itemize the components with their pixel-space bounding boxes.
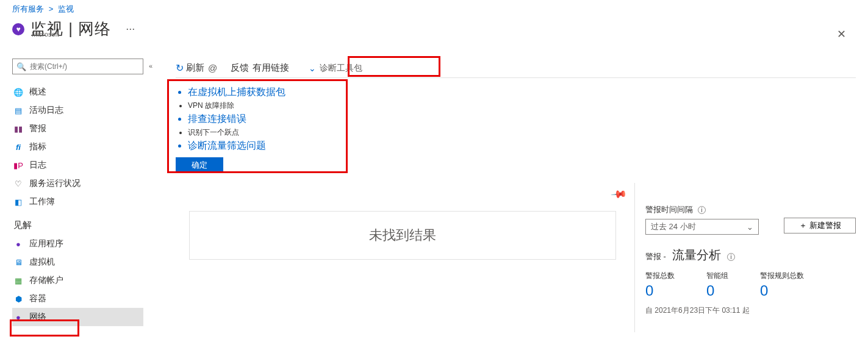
count-label: 警报规则总数 [760,271,804,281]
count-label: 警报总数 [645,271,675,281]
collapse-sidebar-button[interactable]: « [149,62,152,69]
breadcrumb-current[interactable]: 监视 [58,4,74,13]
nav-applications[interactable]: ●应用程序 [12,235,143,253]
nav-workbooks[interactable]: ◧工作簿 [12,193,143,211]
workbook-icon: ◧ [13,197,23,207]
diag-conn-errors[interactable]: 排查连接错误 [188,112,344,126]
health-icon: ♡ [13,179,23,188]
network-icon: ● [13,312,23,322]
diag-label: 诊断工具包 [320,63,362,74]
vm-icon: 🖥 [13,257,23,267]
storage-icon: ▦ [13,276,23,285]
ok-button[interactable]: 确定 [176,157,223,173]
nav: 🌐概述 ▤活动日志 ▮▮警报 fi指标 ▮P日志 ♡服务运行状况 ◧工作簿 见解… [12,83,143,326]
more-button[interactable]: ··· [126,23,135,35]
plus-icon: ＋ [799,220,807,231]
nav-network[interactable]: ●网络 [12,308,143,326]
chevron-down-icon: ⌄ [747,223,753,232]
alerts-panel: 警报时间间隔 i 过去 24 小时 ⌄ ＋ 新建警报 警报 - 流量分析 i 警… [645,204,856,316]
nav-activity-log[interactable]: ▤活动日志 [12,101,143,119]
alert-counts: 警报总数 0 智能组 0 警报规则总数 0 [645,271,856,299]
page-title-row: ♥ 监视 | 网络 ··· ✕ [12,18,856,40]
count-value[interactable]: 0 [645,282,675,299]
org-label: Microsoft [32,30,59,38]
search-icon: 🔍 [16,62,26,71]
logs-icon: ▮P [13,160,23,170]
nav-service-health[interactable]: ♡服务运行状况 [12,174,143,193]
nav-label: 虚拟机 [29,257,55,268]
diagnostics-toolkit-button[interactable]: ⌄ 诊断工具包 [304,62,367,75]
nav-label: 存储帐户 [29,275,63,286]
nav-label: 应用程序 [29,238,63,249]
no-results-card: 未找到结果 [189,211,616,260]
nav-label: 日志 [29,160,46,171]
nav-label: 活动日志 [29,105,63,116]
useful-links-button[interactable]: 有用链接 [253,62,289,74]
nav-label: 工作簿 [29,196,55,207]
new-alert-label: 新建警报 [809,220,841,231]
nav-storage[interactable]: ▦存储帐户 [12,271,143,290]
nav-vm[interactable]: 🖥虚拟机 [12,253,143,271]
nav-label: 服务运行状况 [29,178,81,189]
globe-icon: 🌐 [13,87,23,97]
sidebar: 🔍 🌐概述 ▤活动日志 ▮▮警报 fi指标 ▮P日志 ♡服务运行状况 ◧工作簿 … [12,59,143,326]
nav-label: 指标 [29,141,46,152]
metrics-icon: fi [13,142,23,152]
time-select-value: 过去 24 小时 [651,221,696,232]
divider [634,183,635,332]
toolbar: ↻ 刷新 @ 反馈 有用链接 ⌄ 诊断工具包 [176,61,856,78]
nav-metrics[interactable]: fi指标 [12,138,143,156]
count-total-alerts[interactable]: 警报总数 0 [645,271,675,299]
alerts-title: 流量分析 [672,247,721,263]
chevron-down-icon: ⌄ [309,63,316,73]
search-box[interactable]: 🔍 [12,59,143,74]
at-symbol: @ [208,63,217,73]
nav-label: 警报 [29,123,46,134]
feedback-button[interactable]: 反馈 [231,62,249,74]
count-label: 智能组 [706,271,728,281]
diag-capture-packets[interactable]: 在虚拟机上捕获数据包 [188,85,344,99]
nav-alerts[interactable]: ▮▮警报 [12,119,143,138]
alert-icon: ▮▮ [13,124,23,134]
diag-traffic-filter[interactable]: 诊断流量筛选问题 [188,139,344,152]
nav-overview[interactable]: 🌐概述 [12,83,143,101]
alerts-prefix: 警报 - [645,251,666,262]
since-label: 自 2021年6月23日下午 03:11 起 [645,305,856,316]
refresh-icon: ↻ [176,62,184,74]
nav-logs[interactable]: ▮P日志 [12,156,143,174]
diag-vpn-troubleshoot[interactable]: VPN 故障排除 [188,99,344,112]
nav-label: 网络 [29,312,46,322]
count-value[interactable]: 0 [760,282,804,299]
diagnostics-panel: 在虚拟机上捕获数据包 VPN 故障排除 排查连接错误 识别下一个跃点 诊断流量筛… [172,82,344,177]
time-range-select[interactable]: 过去 24 小时 ⌄ [645,219,759,235]
nav-section-insights: 见解 [13,219,143,231]
nav-containers[interactable]: ⬢容器 [12,290,143,308]
search-input[interactable] [30,62,139,71]
nav-label: 容器 [29,293,46,304]
refresh-button[interactable]: ↻ 刷新 [176,62,204,74]
count-alert-rules[interactable]: 警报规则总数 0 [760,271,804,299]
nav-label: 概述 [29,87,46,98]
monitor-icon: ♥ [12,23,24,35]
refresh-label: 刷新 [186,62,204,74]
main-content: 未找到结果 [189,183,616,260]
breadcrumb-root[interactable]: 所有服务 [12,4,44,13]
count-value[interactable]: 0 [706,282,728,299]
diag-next-hop[interactable]: 识别下一个跃点 [188,126,344,139]
log-icon: ▤ [13,105,23,115]
breadcrumb[interactable]: 所有服务 > 监视 [12,4,74,15]
new-alert-button[interactable]: ＋ 新建警报 [784,218,856,233]
close-button[interactable]: ✕ [834,27,848,41]
breadcrumb-sep: > [49,4,54,13]
count-smart-groups[interactable]: 智能组 0 [706,271,728,299]
containers-icon: ⬢ [13,294,23,304]
interval-label: 警报时间间隔 [645,204,693,215]
info-icon[interactable]: i [698,206,706,214]
app-icon: ● [13,239,23,249]
info-icon[interactable]: i [727,253,735,261]
